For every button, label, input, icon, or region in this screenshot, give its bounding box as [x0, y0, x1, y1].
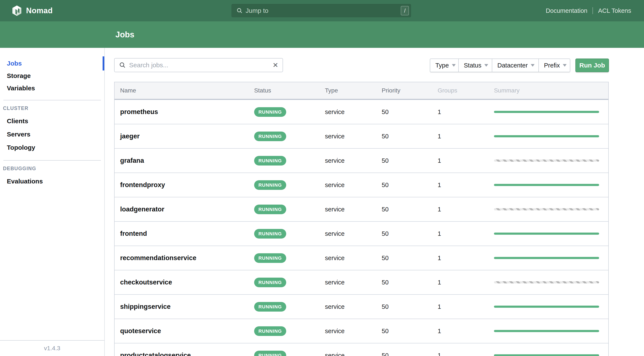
shortcut-key-badge: /: [401, 6, 409, 15]
table-row[interactable]: grafana RUNNING service 50 1: [114, 148, 608, 173]
allocation-summary-bar: [494, 257, 599, 259]
status-badge: RUNNING: [254, 180, 286, 190]
status-badge: RUNNING: [254, 326, 286, 336]
nav-link-documentation[interactable]: Documentation: [546, 7, 587, 14]
job-name-link[interactable]: loadgenerator: [120, 205, 164, 213]
job-type: service: [325, 352, 382, 356]
column-header-type[interactable]: Type: [325, 87, 382, 94]
column-header-status[interactable]: Status: [254, 87, 325, 94]
job-type: service: [325, 206, 382, 213]
brand[interactable]: Nomad: [12, 0, 53, 21]
table-row[interactable]: recommendationservice RUNNING service 50…: [114, 246, 608, 270]
search-input[interactable]: [129, 61, 272, 69]
table-row[interactable]: productcatalogservice RUNNING service 50…: [114, 343, 608, 356]
table-row[interactable]: frontend RUNNING service 50 1: [114, 221, 608, 246]
job-type: service: [325, 255, 382, 262]
column-header-name[interactable]: Name: [114, 87, 254, 94]
table-row[interactable]: shippingservice RUNNING service 50 1: [114, 294, 608, 319]
sidebar-item-evaluations[interactable]: Evaluations: [0, 175, 104, 188]
status-badge: RUNNING: [254, 107, 286, 117]
job-groups: 1: [436, 157, 494, 164]
top-navbar: Nomad Jump to / Documentation ACL Tokens: [0, 0, 644, 21]
jump-to-search[interactable]: Jump to /: [232, 4, 411, 17]
job-groups: 1: [436, 352, 494, 356]
job-priority: 50: [382, 328, 436, 335]
job-name-link[interactable]: quoteservice: [120, 327, 161, 335]
filter-button-prefix[interactable]: Prefix: [539, 58, 570, 72]
filter-button-status[interactable]: Status: [459, 58, 492, 72]
allocation-summary-bar: [494, 306, 599, 308]
table-row[interactable]: loadgenerator RUNNING service 50 1: [114, 197, 608, 221]
job-name-link[interactable]: productcatalogservice: [120, 352, 191, 356]
job-priority: 50: [382, 157, 436, 164]
sidebar-item-label: Variables: [7, 85, 35, 92]
job-type: service: [325, 328, 382, 335]
sidebar-item-label: Topology: [7, 144, 35, 151]
sidebar-item-jobs[interactable]: Jobs: [0, 57, 104, 70]
sidebar-item-clients[interactable]: Clients: [0, 114, 104, 128]
table-row[interactable]: prometheus RUNNING service 50 1: [114, 99, 608, 124]
job-groups: 1: [436, 108, 494, 115]
status-badge: RUNNING: [254, 253, 286, 263]
table-row[interactable]: quoteservice RUNNING service 50 1: [114, 319, 608, 343]
filter-button-type[interactable]: Type: [430, 58, 459, 72]
search-icon: [119, 62, 126, 68]
job-priority: 50: [382, 303, 436, 310]
job-type: service: [325, 182, 382, 189]
allocation-summary-bar: [494, 111, 599, 113]
sidebar-item-label: Servers: [7, 131, 30, 138]
table-row[interactable]: frontendproxy RUNNING service 50 1: [114, 173, 608, 197]
job-name-link[interactable]: checkoutservice: [120, 279, 172, 286]
status-badge: RUNNING: [254, 302, 286, 312]
job-name-link[interactable]: frontend: [120, 230, 147, 237]
filter-label: Prefix: [544, 62, 560, 69]
table-row[interactable]: checkoutservice RUNNING service 50 1: [114, 270, 608, 294]
sidebar: Jobs Storage Variables CLUSTER Clients S…: [0, 48, 105, 356]
allocation-summary-bar: [494, 330, 599, 332]
main-content: ✕ Type Status Datacenter Prefix Run Job: [105, 48, 644, 356]
job-type: service: [325, 230, 382, 237]
status-badge: RUNNING: [254, 156, 286, 165]
sidebar-item-label: Clients: [7, 117, 28, 125]
jobs-search-box: ✕: [114, 58, 283, 72]
job-groups: 1: [436, 230, 494, 237]
filter-label: Type: [436, 62, 449, 69]
nomad-logo-icon: [12, 5, 22, 16]
sidebar-item-storage[interactable]: Storage: [0, 70, 104, 82]
table-header: Name Status Type Priority Groups Summary: [114, 82, 608, 99]
top-nav-links: Documentation ACL Tokens: [546, 0, 631, 21]
allocation-summary-bar: [494, 160, 599, 162]
jump-to-placeholder: Jump to: [246, 7, 401, 14]
brand-title: Nomad: [26, 6, 53, 15]
job-name-link[interactable]: prometheus: [120, 108, 158, 115]
clear-search-button[interactable]: ✕: [272, 62, 278, 68]
job-name-link[interactable]: jaeger: [120, 132, 140, 140]
job-name-link[interactable]: shippingservice: [120, 303, 170, 310]
job-name-link[interactable]: frontendproxy: [120, 181, 165, 189]
run-job-button[interactable]: Run Job: [576, 58, 609, 72]
sidebar-item-servers[interactable]: Servers: [0, 128, 104, 141]
nav-links-divider: [592, 7, 593, 14]
active-indicator: [102, 56, 104, 70]
job-name-link[interactable]: recommendationservice: [120, 254, 196, 262]
sidebar-item-variables[interactable]: Variables: [0, 82, 104, 94]
job-priority: 50: [382, 255, 436, 262]
sidebar-item-label: Evaluations: [7, 178, 43, 185]
column-header-summary: Summary: [494, 87, 608, 94]
allocation-summary-bar: [494, 281, 599, 283]
filter-bar: Type Status Datacenter Prefix: [430, 58, 570, 72]
chevron-down-icon: [531, 64, 534, 67]
job-name-link[interactable]: grafana: [120, 157, 144, 164]
job-priority: 50: [382, 279, 436, 286]
search-icon: [236, 8, 242, 14]
filter-button-datacenter[interactable]: Datacenter: [492, 58, 539, 72]
filter-label: Datacenter: [497, 62, 528, 69]
column-header-priority[interactable]: Priority: [382, 87, 436, 94]
job-priority: 50: [382, 108, 436, 115]
job-priority: 50: [382, 133, 436, 140]
section-label-debugging: DEBUGGING: [0, 165, 104, 172]
sidebar-item-topology[interactable]: Topology: [0, 141, 104, 154]
table-row[interactable]: jaeger RUNNING service 50 1: [114, 124, 608, 148]
nav-link-acl-tokens[interactable]: ACL Tokens: [598, 7, 631, 14]
allocation-summary-bar: [494, 233, 599, 235]
